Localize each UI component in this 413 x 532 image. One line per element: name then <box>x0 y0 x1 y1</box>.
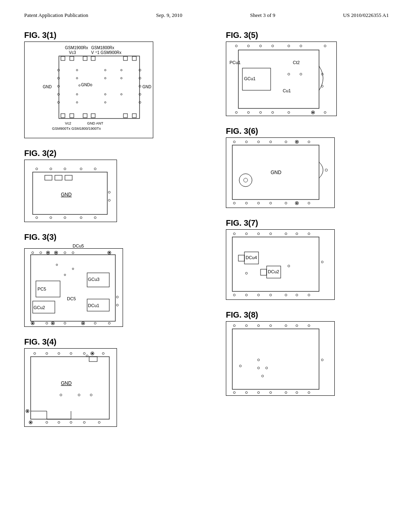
svg-point-159 <box>308 141 310 143</box>
svg-point-169 <box>285 202 287 204</box>
svg-point-42 <box>76 102 78 103</box>
svg-point-130 <box>272 45 274 47</box>
fig38-wrapper: FIG. 3(8) <box>226 310 395 396</box>
fig32-label: FIG. 3(2) <box>24 149 218 158</box>
svg-point-54 <box>64 168 66 170</box>
fig31-wrapper: FIG. 3(1) GSM1900Rx GSM1800Rx Vc3 V c 1 … <box>24 31 218 138</box>
fig31-label: FIG. 3(1) <box>24 31 218 40</box>
svg-point-68 <box>47 252 49 254</box>
fig33-label: FIG. 3(3) <box>24 233 218 242</box>
svg-point-215 <box>285 392 287 394</box>
svg-point-85 <box>32 322 33 324</box>
svg-point-112 <box>78 394 80 396</box>
svg-text:DCu2: DCu2 <box>268 269 279 274</box>
svg-point-216 <box>296 392 298 394</box>
svg-point-58 <box>50 217 52 219</box>
svg-point-62 <box>108 191 111 193</box>
svg-rect-20 <box>91 114 95 118</box>
svg-point-173 <box>234 233 236 235</box>
svg-point-171 <box>296 202 298 204</box>
fig36-diagram: GND <box>226 137 335 208</box>
svg-point-184 <box>246 272 248 274</box>
svg-point-155 <box>270 141 272 143</box>
svg-point-146 <box>260 112 262 114</box>
svg-point-156 <box>285 141 287 143</box>
svg-point-153 <box>246 141 248 143</box>
svg-point-147 <box>272 112 274 114</box>
svg-point-66 <box>40 252 42 254</box>
svg-point-43 <box>104 102 106 103</box>
svg-rect-16 <box>132 56 136 60</box>
svg-text:Ct2: Ct2 <box>293 60 300 65</box>
svg-text:GSM900Tx GSM1800/1900Tx: GSM900Tx GSM1800/1900Tx <box>52 127 101 131</box>
svg-point-70 <box>55 252 57 254</box>
svg-point-38 <box>121 77 122 79</box>
svg-point-144 <box>236 112 238 114</box>
svg-point-217 <box>308 392 310 394</box>
svg-point-56 <box>94 168 96 170</box>
svg-point-27 <box>58 102 60 104</box>
svg-point-98 <box>64 274 66 276</box>
svg-point-131 <box>288 45 290 47</box>
left-column: FIG. 3(1) GSM1900Rx GSM1800Rx Vc3 V c 1 … <box>24 31 218 430</box>
svg-point-207 <box>258 359 260 361</box>
svg-point-95 <box>117 304 119 306</box>
svg-rect-11 <box>61 56 65 60</box>
svg-point-59 <box>64 217 66 219</box>
fig35-wrapper: FIG. 3(5) PCu1 Ct2 <box>226 31 395 116</box>
svg-point-197 <box>234 325 236 327</box>
fig35-diagram: PCu1 Ct2 GCu1 Cu1 <box>226 42 337 116</box>
svg-rect-18 <box>70 114 74 118</box>
svg-point-94 <box>117 296 119 298</box>
svg-text:GND: GND <box>43 85 52 89</box>
svg-point-63 <box>108 200 111 202</box>
svg-rect-187 <box>261 269 267 275</box>
svg-point-202 <box>296 325 298 327</box>
svg-point-57 <box>36 217 38 219</box>
svg-point-203 <box>308 325 310 327</box>
svg-point-175 <box>258 233 260 235</box>
svg-point-36 <box>76 77 78 79</box>
svg-point-72 <box>72 252 74 254</box>
svg-point-214 <box>270 392 272 394</box>
svg-point-10 <box>79 85 80 86</box>
fig34-diagram: GND <box>24 348 117 427</box>
svg-point-191 <box>246 294 248 296</box>
svg-point-209 <box>266 367 268 369</box>
svg-point-172 <box>308 202 310 204</box>
svg-point-28 <box>139 69 141 71</box>
svg-point-128 <box>248 45 250 47</box>
svg-text:GNDo: GNDo <box>81 83 92 87</box>
svg-point-41 <box>121 94 122 95</box>
svg-point-30 <box>139 85 141 87</box>
fig35-label: FIG. 3(5) <box>226 31 395 40</box>
svg-point-143 <box>300 73 302 75</box>
svg-point-74 <box>108 252 110 254</box>
svg-point-52 <box>36 168 38 170</box>
svg-point-165 <box>234 202 236 204</box>
svg-point-107 <box>102 353 104 355</box>
svg-text:GCu2: GCu2 <box>33 305 45 310</box>
svg-text:Vc2: Vc2 <box>65 121 71 125</box>
svg-point-23 <box>58 69 60 71</box>
fig38-label: FIG. 3(8) <box>226 310 395 320</box>
svg-point-201 <box>285 325 287 327</box>
fig36-label: FIG. 3(6) <box>226 127 395 136</box>
svg-point-122 <box>70 422 72 424</box>
svg-point-206 <box>240 365 242 367</box>
svg-point-121 <box>58 422 60 424</box>
svg-point-154 <box>258 141 260 143</box>
svg-text:GCu1: GCu1 <box>244 76 256 81</box>
svg-point-97 <box>72 268 74 270</box>
fig36-wrapper: FIG. 3(6) GND <box>226 127 395 208</box>
svg-text:DC5: DC5 <box>67 296 76 301</box>
svg-point-26 <box>58 94 60 96</box>
svg-point-199 <box>258 325 260 327</box>
svg-rect-17 <box>61 114 65 118</box>
svg-rect-19 <box>83 114 87 118</box>
svg-point-55 <box>80 168 82 170</box>
svg-point-31 <box>139 94 141 96</box>
fig32-wrapper: FIG. 3(2) GND <box>24 149 218 222</box>
svg-text:PCu1: PCu1 <box>229 60 241 65</box>
svg-rect-49 <box>55 175 62 180</box>
